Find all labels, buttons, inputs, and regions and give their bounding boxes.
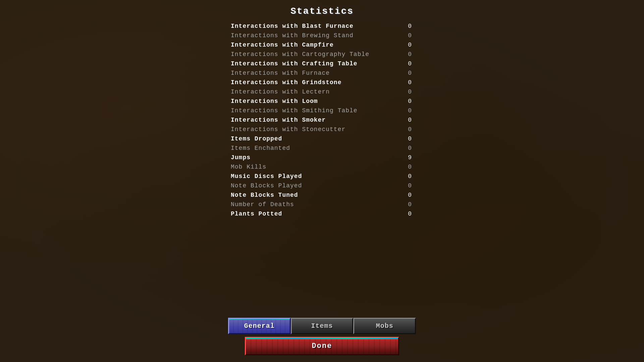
stat-name: Items Dropped [231, 135, 282, 142]
stat-row: Plants Potted0 [228, 209, 414, 219]
stat-name: Music Discs Played [231, 173, 302, 180]
stat-row: Interactions with Blast Furnace0 [228, 21, 414, 31]
stat-name: Interactions with Brewing Stand [231, 32, 354, 39]
stat-value: 0 [401, 117, 412, 123]
stat-value: 0 [401, 79, 412, 86]
tab-general[interactable]: General [228, 318, 291, 334]
stat-name: Interactions with Cartography Table [231, 51, 369, 58]
stats-container: Interactions with Blast Furnace0Interact… [228, 21, 416, 219]
stat-name: Jumps [231, 154, 251, 161]
stat-name: Interactions with Loom [231, 98, 318, 105]
stat-name: Note Blocks Tuned [231, 192, 298, 198]
stat-row: Interactions with Grindstone0 [228, 78, 414, 87]
stat-row: Interactions with Cartography Table0 [228, 50, 414, 59]
stat-value: 0 [401, 70, 412, 76]
stat-name: Note Blocks Played [231, 182, 302, 189]
stat-row: Items Enchanted0 [228, 143, 414, 153]
stat-row: Mob Kills0 [228, 162, 414, 172]
stat-row: Note Blocks Tuned0 [228, 190, 414, 200]
stat-value: 0 [401, 182, 412, 189]
tab-items[interactable]: Items [291, 318, 354, 334]
stat-value: 9 [401, 154, 412, 161]
stat-row: Music Discs Played0 [228, 172, 414, 181]
stat-row: Interactions with Crafting Table0 [228, 59, 414, 68]
stat-value: 0 [401, 42, 412, 48]
stat-value: 0 [401, 51, 412, 58]
stat-row: Interactions with Smithing Table0 [228, 106, 414, 115]
stat-name: Interactions with Campfire [231, 42, 334, 48]
tab-mobs[interactable]: Mobs [353, 318, 416, 334]
stat-value: 0 [401, 173, 412, 180]
stat-value: 0 [401, 88, 412, 95]
stat-value: 0 [401, 32, 412, 39]
stat-row: Interactions with Smoker0 [228, 115, 414, 125]
stats-list[interactable]: Interactions with Blast Furnace0Interact… [228, 21, 416, 219]
stat-row: Interactions with Furnace0 [228, 68, 414, 78]
stat-name: Interactions with Smithing Table [231, 107, 358, 114]
stat-value: 0 [401, 135, 412, 142]
stat-name: Interactions with Stonecutter [231, 126, 345, 133]
page-title: Statistics [290, 6, 354, 16]
stat-row: Interactions with Lectern0 [228, 87, 414, 97]
stat-row: Interactions with Brewing Stand0 [228, 31, 414, 40]
stat-row: Interactions with Campfire0 [228, 40, 414, 50]
stat-name: Mob Kills [231, 164, 266, 170]
stat-row: Interactions with Stonecutter0 [228, 125, 414, 134]
stat-row: Items Dropped0 [228, 134, 414, 143]
stat-name: Items Enchanted [231, 145, 290, 152]
stat-name: Interactions with Lectern [231, 88, 330, 95]
stat-value: 0 [401, 192, 412, 198]
stat-row: Jumps9 [228, 153, 414, 162]
stat-value: 0 [401, 201, 412, 208]
stat-row: Note Blocks Played0 [228, 181, 414, 190]
stat-value: 0 [401, 126, 412, 133]
stat-value: 0 [401, 164, 412, 170]
stat-row: Number of Deaths0 [228, 200, 414, 209]
bottom-bar: General Items Mobs Done [0, 318, 644, 362]
stat-name: Interactions with Smoker [231, 117, 326, 123]
stat-value: 0 [401, 23, 412, 29]
stat-name: Interactions with Furnace [231, 70, 330, 76]
tab-buttons: General Items Mobs [228, 318, 416, 334]
stat-value: 0 [401, 145, 412, 152]
stat-row: Interactions with Loom0 [228, 97, 414, 106]
stat-name: Number of Deaths [231, 201, 294, 208]
stat-name: Plants Potted [231, 210, 282, 217]
stat-name: Interactions with Blast Furnace [231, 23, 354, 29]
stat-value: 0 [401, 210, 412, 217]
done-button[interactable]: Done [245, 337, 399, 355]
stat-name: Interactions with Grindstone [231, 79, 341, 86]
stat-row: Player Kills0 [228, 219, 414, 219]
stat-value: 0 [401, 107, 412, 114]
stat-value: 0 [401, 98, 412, 105]
stat-value: 0 [401, 60, 412, 67]
stat-name: Interactions with Crafting Table [231, 60, 358, 67]
